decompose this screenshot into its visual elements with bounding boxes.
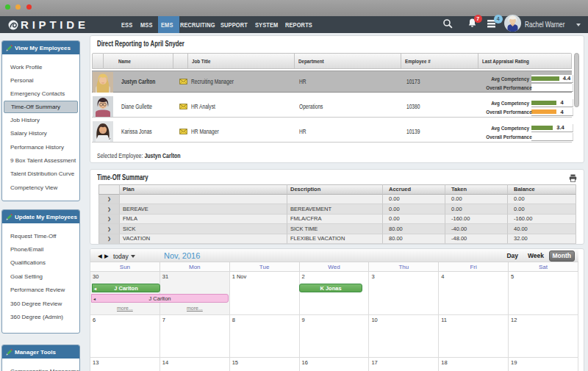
calendar-view-day[interactable]: Day [506, 252, 518, 259]
sidebar-item-emergency-contacts[interactable]: Emergency Contacts [2, 87, 79, 101]
expand-arrow-icon[interactable]: ❯ [98, 234, 120, 245]
timeoff-row-fmla[interactable]: ❯FMLAFMLA/CFRA0.00-160.00-160.00 [98, 215, 576, 225]
column-header-name[interactable]: Name [104, 53, 173, 69]
window-button-red[interactable] [26, 4, 32, 10]
sidebar-item-time-off-summary[interactable]: Time-Off Summary [4, 101, 78, 113]
sidebar-item-competency-view[interactable]: Competency View [2, 181, 79, 194]
nav-item-mss[interactable]: MSS [140, 16, 156, 33]
sidebar-item-360-degree-review[interactable]: 360 Degree Review [2, 297, 79, 310]
sidebar-section-header[interactable]: Manager Tools [2, 345, 79, 359]
employee-row-justyn-carlton[interactable]: Justyn CarltonRecruiting ManagerHR10173A… [92, 71, 572, 93]
calendar-day-1-Nov[interactable]: 1 Nov [230, 272, 300, 315]
timeoff-row-blank[interactable]: ❯0.000.000.00 [98, 195, 576, 205]
selected-employee-name: Justyn Carlton [144, 152, 180, 159]
calendar-day-14[interactable]: 14 [160, 358, 230, 371]
sidebar-section-header[interactable]: View My Employees [2, 41, 79, 54]
calendar-day-15[interactable]: 15 [230, 358, 300, 371]
sidebar-item-qualifications[interactable]: Qualifications [2, 256, 79, 270]
sidebar-item-performance-review[interactable]: Performance Review [2, 284, 79, 297]
sidebar-item-job-history[interactable]: Job History [2, 113, 79, 126]
sidebar-item-salary-history[interactable]: Salary History [2, 127, 79, 140]
sidebar-item-work-profile[interactable]: Work Profile [2, 60, 79, 73]
sidebar-item-compensation-management[interactable]: Compensation Management [2, 364, 79, 371]
more-events-link-0[interactable]: more... [117, 306, 133, 311]
expand-arrow-icon[interactable]: ❯ [98, 195, 120, 205]
calendar-event-j-carlton[interactable]: ◂J Carlton [92, 284, 160, 292]
email-envelope-icon[interactable] [179, 129, 187, 134]
calendar-day-19[interactable]: 19 [509, 358, 578, 371]
timeoff-col-plan[interactable]: Plan [120, 184, 287, 195]
employee-row-karissa-jonas[interactable]: Karissa JonasHR ManagerHR10139Avg Compet… [92, 120, 572, 143]
calendar-day-4[interactable]: 4 [439, 272, 509, 315]
nav-item-ems[interactable]: EMS [158, 16, 179, 33]
expand-arrow-icon[interactable]: ❯ [98, 204, 120, 215]
nav-item-reports[interactable]: REPORTS [285, 16, 320, 33]
calendar-view-month[interactable]: Month [549, 251, 576, 262]
timeoff-col-description[interactable]: Description [287, 184, 383, 195]
notifications-bell-icon[interactable]: 7 [467, 18, 478, 32]
calendar-day-10[interactable]: 10 [369, 315, 439, 359]
rating-label: Avg Competency [486, 76, 529, 82]
sidebar-item-request-time-off[interactable]: Request Time-Off [2, 229, 79, 242]
timeoff-row-vacation[interactable]: ❯VACATIONFLEXIBLE VACATION80.00-48.0032.… [98, 234, 576, 245]
employee-row-diane-gullette[interactable]: Diane GulletteHR AnalystOperations10380A… [92, 96, 572, 118]
expand-arrow-icon[interactable]: ❯ [98, 215, 120, 225]
calendar-day-7[interactable]: 7 [160, 315, 230, 359]
calendar-day-6[interactable]: 6 [90, 315, 160, 359]
calendar-day-17[interactable]: 17 [369, 358, 439, 371]
email-envelope-icon[interactable] [179, 104, 187, 109]
sidebar-item-360-degree-admin-[interactable]: 360 Degree (Admin) [2, 310, 79, 323]
timeoff-col-accrued[interactable]: Accrued [383, 184, 445, 195]
sidebar-section-header[interactable]: Update My Employees [2, 210, 79, 223]
calendar-today-button[interactable]: today [113, 253, 129, 260]
timeoff-cell: BEREAVEMENT [287, 204, 383, 215]
calendar-day-18[interactable]: 18 [439, 358, 509, 371]
calendar-today-caret-icon[interactable] [131, 255, 135, 258]
expand-arrow-icon[interactable]: ❯ [98, 224, 120, 234]
nav-item-recruiting[interactable]: RECRUITING [180, 16, 225, 33]
calendar-next-button[interactable]: ▶ [104, 253, 109, 259]
calendar-day-13[interactable]: 13 [90, 358, 160, 371]
calendar-day-11[interactable]: 11 [439, 315, 509, 359]
timeoff-row-bereave[interactable]: ❯BEREAVEBEREAVEMENT0.000.000.00 [98, 204, 576, 215]
column-header-employee-[interactable]: Employee # [401, 53, 478, 69]
calendar-day-5[interactable]: 5 [509, 272, 578, 315]
user-name[interactable]: Rachel Warner [525, 21, 564, 29]
email-envelope-icon[interactable] [179, 79, 187, 84]
timeoff-row-sick[interactable]: ❯SICKSICK TIME80.00-40.0040.00 [98, 224, 576, 234]
calendar-event-j-carlton[interactable]: ◂J Carlton [91, 294, 229, 303]
window-button-yellow[interactable] [15, 4, 21, 10]
nav-item-system[interactable]: SYSTEM [255, 16, 284, 33]
calendar-day-3[interactable]: 3 [369, 272, 439, 315]
timeoff-col-balance[interactable]: Balance [508, 184, 576, 195]
calendar-event-k-jonas[interactable]: K Jonas [299, 284, 362, 292]
calendar-day-12[interactable]: 12 [509, 315, 578, 359]
more-events-link-1[interactable]: more... [187, 306, 203, 311]
timeoff-col-taken[interactable]: Taken [445, 184, 508, 195]
user-avatar[interactable] [504, 15, 521, 35]
print-icon[interactable] [569, 172, 577, 185]
nav-item-support[interactable]: SUPPORT [220, 16, 255, 33]
user-menu-caret-icon[interactable] [576, 24, 581, 26]
sidebar-item-phone-email[interactable]: Phone/Email [2, 242, 79, 256]
calendar-prev-button[interactable]: ◀ [98, 253, 102, 259]
calendar-day-8[interactable]: 8 [230, 315, 300, 359]
tasks-list-icon[interactable]: 4 [487, 18, 498, 32]
calendar-day-16[interactable]: 16 [300, 358, 370, 371]
sidebar-item-goal-setting[interactable]: Goal Setting [2, 270, 79, 283]
calendar-day-9[interactable]: 9 [300, 315, 370, 359]
rating-label: Overall Performance [486, 84, 529, 91]
sidebar-item-personal[interactable]: Personal [2, 73, 79, 87]
sidebar-item-9-box-talent-assessment[interactable]: 9 Box Talent Assessment [2, 154, 79, 167]
nav-item-ess[interactable]: ESS [121, 16, 136, 33]
window-button-green[interactable] [5, 4, 10, 10]
calendar-day-2[interactable]: 2 [300, 272, 370, 315]
employee-table-scrollbar[interactable] [574, 53, 579, 107]
column-header-job-title[interactable]: Job Title [188, 53, 295, 69]
sidebar-item-talent-distribution-curve[interactable]: Talent Distribution Curve [2, 168, 79, 181]
column-header-department[interactable]: Department [295, 53, 401, 69]
calendar-view-week[interactable]: Week [528, 252, 544, 259]
search-icon[interactable] [442, 18, 453, 32]
sidebar-item-performance-history[interactable]: Performance History [2, 140, 79, 154]
column-header-last-appraisal-rating[interactable]: Last Appraisal Rating [478, 53, 572, 69]
